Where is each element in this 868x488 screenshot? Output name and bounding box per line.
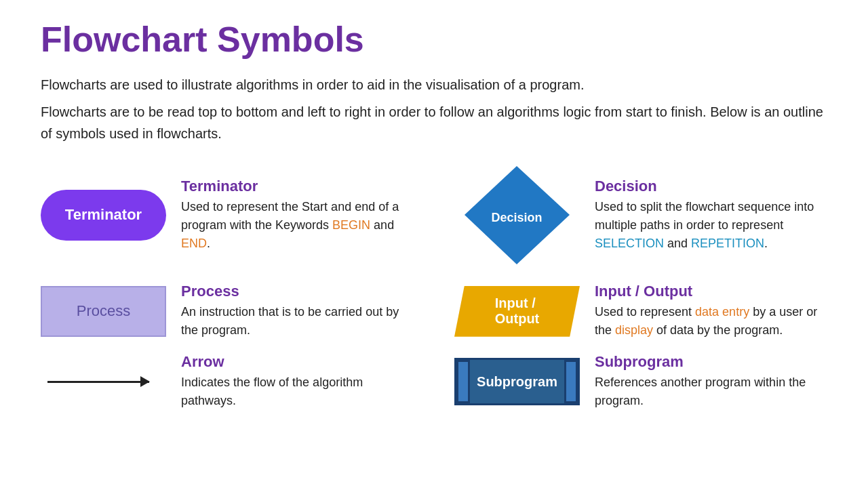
io-desc-after: of data by the program. bbox=[653, 323, 783, 337]
decision-text: Used to split the flowchart sequence int… bbox=[595, 198, 827, 253]
terminator-desc: Terminator Used to represent the Start a… bbox=[181, 178, 414, 253]
terminator-text: Used to represent the Start and end of a… bbox=[181, 198, 414, 253]
subprogram-row: Subprogram Subprogram References another… bbox=[454, 353, 827, 410]
process-box: Process bbox=[41, 286, 166, 337]
io-box: Input /Output bbox=[454, 286, 580, 337]
io-row: Input /Output Input / Output Used to rep… bbox=[454, 283, 827, 340]
io-shape-container: Input /Output bbox=[454, 286, 580, 337]
subprogram-box: Subprogram bbox=[454, 358, 580, 405]
decision-keyword1: SELECTION bbox=[595, 237, 664, 250]
process-title: Process bbox=[181, 283, 414, 300]
io-title: Input / Output bbox=[595, 283, 827, 300]
decision-desc: Decision Used to split the flowchart seq… bbox=[595, 178, 827, 253]
terminator-box: Terminator bbox=[41, 190, 166, 241]
arrow-text: Indicates the flow of the algorithm path… bbox=[181, 373, 414, 410]
decision-desc-after: . bbox=[764, 237, 768, 250]
arrow-line bbox=[47, 381, 149, 383]
intro-line-1: Flowcharts are used to illustrate algori… bbox=[41, 74, 827, 96]
process-row: Process Process An instruction that is t… bbox=[41, 283, 414, 340]
decision-keyword2: REPETITION bbox=[691, 237, 764, 250]
terminator-label: Terminator bbox=[65, 206, 142, 224]
subprogram-label: Subprogram bbox=[477, 374, 557, 390]
subprogram-desc: Subprogram References another program wi… bbox=[595, 353, 827, 410]
subprogram-title: Subprogram bbox=[595, 353, 827, 371]
arrow-shape bbox=[41, 368, 166, 395]
arrow-desc: Arrow Indicates the flow of the algorith… bbox=[181, 353, 414, 410]
process-shape: Process bbox=[41, 286, 166, 337]
intro-line-2: Flowcharts are to be read top to bottom … bbox=[41, 101, 827, 144]
decision-shape: Decision bbox=[454, 161, 580, 269]
terminator-keyword1: BEGIN bbox=[332, 218, 370, 232]
arrow-title: Arrow bbox=[181, 353, 414, 371]
terminator-desc-mid: and bbox=[370, 218, 394, 232]
io-desc: Input / Output Used to represent data en… bbox=[595, 283, 827, 340]
io-keyword1: data entry bbox=[695, 305, 749, 319]
decision-row: Decision Decision Used to split the flow… bbox=[454, 161, 827, 269]
process-text: An instruction that is to be carried out… bbox=[181, 303, 414, 340]
io-keyword2: display bbox=[615, 323, 653, 337]
terminator-shape: Terminator bbox=[41, 190, 166, 241]
terminator-desc-after: . bbox=[207, 237, 210, 250]
terminator-title: Terminator bbox=[181, 178, 414, 195]
process-desc: Process An instruction that is to be car… bbox=[181, 283, 414, 340]
io-label: Input /Output bbox=[495, 296, 540, 327]
subprogram-text: References another program within the pr… bbox=[595, 373, 827, 410]
svg-text:Decision: Decision bbox=[491, 210, 542, 224]
symbols-grid: Terminator Terminator Used to represent … bbox=[41, 161, 827, 410]
decision-desc-mid: and bbox=[664, 237, 691, 250]
arrow-row: Arrow Indicates the flow of the algorith… bbox=[41, 353, 414, 410]
process-label: Process bbox=[77, 302, 130, 320]
io-desc-before: Used to represent bbox=[595, 305, 695, 319]
terminator-row: Terminator Terminator Used to represent … bbox=[41, 161, 414, 269]
decision-desc-before: Used to split the flowchart sequence int… bbox=[595, 200, 814, 232]
subprogram-shape-container: Subprogram bbox=[454, 358, 580, 405]
terminator-keyword2: END bbox=[181, 237, 207, 250]
decision-title: Decision bbox=[595, 178, 827, 195]
page-title: Flowchart Symbols bbox=[41, 20, 827, 59]
io-text: Used to represent data entry by a user o… bbox=[595, 303, 827, 340]
